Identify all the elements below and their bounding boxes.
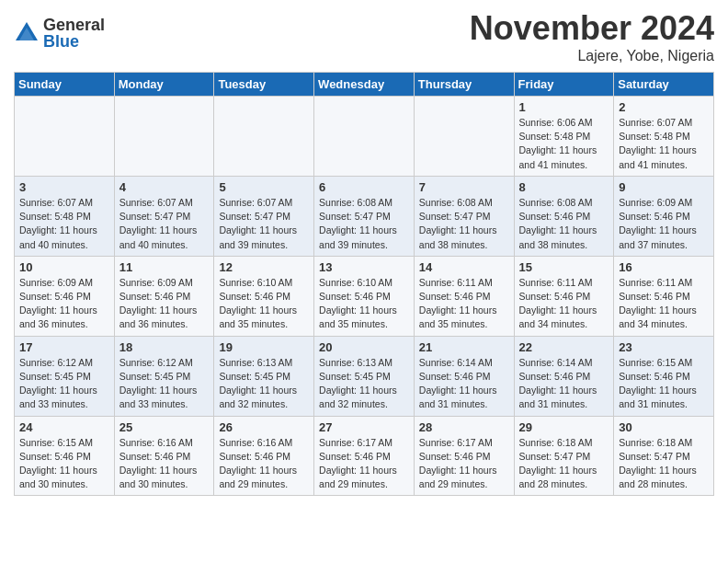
calendar-cell: 12Sunrise: 6:10 AM Sunset: 5:46 PM Dayli…: [214, 256, 314, 336]
day-number: 22: [519, 340, 609, 354]
day-info: Sunrise: 6:15 AM Sunset: 5:46 PM Dayligh…: [619, 356, 709, 412]
day-number: 9: [619, 180, 709, 194]
calendar-cell: 27Sunrise: 6:17 AM Sunset: 5:46 PM Dayli…: [314, 416, 415, 496]
month-title: November 2024: [470, 9, 714, 48]
day-number: 15: [519, 260, 609, 274]
calendar-cell: 15Sunrise: 6:11 AM Sunset: 5:46 PM Dayli…: [514, 256, 614, 336]
calendar-cell: 6Sunrise: 6:08 AM Sunset: 5:47 PM Daylig…: [314, 176, 415, 256]
calendar-cell: 9Sunrise: 6:09 AM Sunset: 5:46 PM Daylig…: [614, 176, 714, 256]
calendar-cell: 17Sunrise: 6:12 AM Sunset: 5:45 PM Dayli…: [15, 336, 115, 416]
header-day-tuesday: Tuesday: [214, 73, 314, 97]
calendar-cell: 5Sunrise: 6:07 AM Sunset: 5:47 PM Daylig…: [214, 176, 314, 256]
calendar-cell: 28Sunrise: 6:17 AM Sunset: 5:46 PM Dayli…: [414, 416, 514, 496]
calendar-cell: 23Sunrise: 6:15 AM Sunset: 5:46 PM Dayli…: [614, 336, 714, 416]
logo-general-text: General: [43, 17, 105, 33]
day-info: Sunrise: 6:06 AM Sunset: 5:48 PM Dayligh…: [519, 116, 609, 172]
calendar-cell: 29Sunrise: 6:18 AM Sunset: 5:47 PM Dayli…: [514, 416, 614, 496]
calendar-cell: 11Sunrise: 6:09 AM Sunset: 5:46 PM Dayli…: [114, 256, 214, 336]
header-day-sunday: Sunday: [15, 73, 115, 97]
page-header: General Blue November 2024 Lajere, Yobe,…: [14, 9, 714, 64]
day-info: Sunrise: 6:07 AM Sunset: 5:48 PM Dayligh…: [19, 196, 109, 252]
day-info: Sunrise: 6:08 AM Sunset: 5:46 PM Dayligh…: [519, 196, 609, 252]
calendar-cell: 8Sunrise: 6:08 AM Sunset: 5:46 PM Daylig…: [514, 176, 614, 256]
calendar-cell: [15, 97, 115, 177]
day-info: Sunrise: 6:07 AM Sunset: 5:48 PM Dayligh…: [619, 116, 709, 172]
day-info: Sunrise: 6:08 AM Sunset: 5:47 PM Dayligh…: [319, 196, 409, 252]
calendar-cell: 1Sunrise: 6:06 AM Sunset: 5:48 PM Daylig…: [514, 97, 614, 177]
day-info: Sunrise: 6:11 AM Sunset: 5:46 PM Dayligh…: [519, 276, 609, 332]
day-number: 23: [619, 340, 709, 354]
day-info: Sunrise: 6:15 AM Sunset: 5:46 PM Dayligh…: [19, 436, 109, 492]
header-day-friday: Friday: [514, 73, 614, 97]
calendar-cell: 3Sunrise: 6:07 AM Sunset: 5:48 PM Daylig…: [15, 176, 115, 256]
calendar-cell: 14Sunrise: 6:11 AM Sunset: 5:46 PM Dayli…: [414, 256, 514, 336]
day-info: Sunrise: 6:18 AM Sunset: 5:47 PM Dayligh…: [519, 436, 609, 492]
day-number: 18: [119, 340, 210, 354]
day-number: 1: [519, 100, 609, 114]
day-info: Sunrise: 6:11 AM Sunset: 5:46 PM Dayligh…: [619, 276, 709, 332]
calendar-week-row: 24Sunrise: 6:15 AM Sunset: 5:46 PM Dayli…: [15, 416, 714, 496]
calendar-cell: [214, 97, 314, 177]
day-info: Sunrise: 6:13 AM Sunset: 5:45 PM Dayligh…: [219, 356, 309, 412]
day-number: 5: [219, 180, 309, 194]
day-info: Sunrise: 6:12 AM Sunset: 5:45 PM Dayligh…: [19, 356, 109, 412]
day-number: 20: [319, 340, 409, 354]
day-number: 21: [419, 340, 509, 354]
title-area: November 2024 Lajere, Yobe, Nigeria: [470, 9, 714, 64]
calendar-cell: 25Sunrise: 6:16 AM Sunset: 5:46 PM Dayli…: [114, 416, 214, 496]
calendar-cell: [114, 97, 214, 177]
day-number: 27: [319, 420, 409, 434]
day-info: Sunrise: 6:12 AM Sunset: 5:45 PM Dayligh…: [119, 356, 210, 412]
day-number: 25: [119, 420, 210, 434]
day-number: 3: [19, 180, 109, 194]
logo: General Blue: [14, 17, 105, 50]
calendar-cell: 10Sunrise: 6:09 AM Sunset: 5:46 PM Dayli…: [15, 256, 115, 336]
day-number: 17: [19, 340, 109, 354]
day-number: 30: [619, 420, 709, 434]
day-number: 12: [219, 260, 309, 274]
location-text: Lajere, Yobe, Nigeria: [470, 48, 714, 64]
day-number: 4: [119, 180, 210, 194]
day-info: Sunrise: 6:16 AM Sunset: 5:46 PM Dayligh…: [119, 436, 210, 492]
day-info: Sunrise: 6:09 AM Sunset: 5:46 PM Dayligh…: [19, 276, 109, 332]
day-info: Sunrise: 6:09 AM Sunset: 5:46 PM Dayligh…: [619, 196, 709, 252]
day-info: Sunrise: 6:10 AM Sunset: 5:46 PM Dayligh…: [319, 276, 409, 332]
logo-text: General Blue: [43, 17, 105, 50]
calendar-cell: 16Sunrise: 6:11 AM Sunset: 5:46 PM Dayli…: [614, 256, 714, 336]
calendar-header-row: SundayMondayTuesdayWednesdayThursdayFrid…: [15, 73, 714, 97]
calendar-cell: 4Sunrise: 6:07 AM Sunset: 5:47 PM Daylig…: [114, 176, 214, 256]
day-info: Sunrise: 6:11 AM Sunset: 5:46 PM Dayligh…: [419, 276, 509, 332]
header-day-wednesday: Wednesday: [314, 73, 415, 97]
day-info: Sunrise: 6:17 AM Sunset: 5:46 PM Dayligh…: [319, 436, 409, 492]
header-day-monday: Monday: [114, 73, 214, 97]
day-info: Sunrise: 6:10 AM Sunset: 5:46 PM Dayligh…: [219, 276, 309, 332]
calendar-cell: 18Sunrise: 6:12 AM Sunset: 5:45 PM Dayli…: [114, 336, 214, 416]
day-info: Sunrise: 6:17 AM Sunset: 5:46 PM Dayligh…: [419, 436, 509, 492]
day-info: Sunrise: 6:13 AM Sunset: 5:45 PM Dayligh…: [319, 356, 409, 412]
logo-blue-text: Blue: [43, 33, 105, 50]
calendar-cell: [414, 97, 514, 177]
calendar-table: SundayMondayTuesdayWednesdayThursdayFrid…: [14, 72, 714, 496]
day-number: 29: [519, 420, 609, 434]
calendar-cell: 26Sunrise: 6:16 AM Sunset: 5:46 PM Dayli…: [214, 416, 314, 496]
day-number: 8: [519, 180, 609, 194]
day-info: Sunrise: 6:07 AM Sunset: 5:47 PM Dayligh…: [119, 196, 210, 252]
calendar-cell: 19Sunrise: 6:13 AM Sunset: 5:45 PM Dayli…: [214, 336, 314, 416]
day-number: 7: [419, 180, 509, 194]
day-number: 10: [19, 260, 109, 274]
calendar-week-row: 10Sunrise: 6:09 AM Sunset: 5:46 PM Dayli…: [15, 256, 714, 336]
logo-icon: [14, 20, 40, 46]
calendar-cell: 7Sunrise: 6:08 AM Sunset: 5:47 PM Daylig…: [414, 176, 514, 256]
calendar-cell: 22Sunrise: 6:14 AM Sunset: 5:46 PM Dayli…: [514, 336, 614, 416]
calendar-cell: 13Sunrise: 6:10 AM Sunset: 5:46 PM Dayli…: [314, 256, 415, 336]
day-info: Sunrise: 6:09 AM Sunset: 5:46 PM Dayligh…: [119, 276, 210, 332]
day-info: Sunrise: 6:14 AM Sunset: 5:46 PM Dayligh…: [519, 356, 609, 412]
day-number: 28: [419, 420, 509, 434]
day-number: 24: [19, 420, 109, 434]
day-info: Sunrise: 6:16 AM Sunset: 5:46 PM Dayligh…: [219, 436, 309, 492]
calendar-cell: 2Sunrise: 6:07 AM Sunset: 5:48 PM Daylig…: [614, 97, 714, 177]
day-info: Sunrise: 6:18 AM Sunset: 5:47 PM Dayligh…: [619, 436, 709, 492]
day-info: Sunrise: 6:08 AM Sunset: 5:47 PM Dayligh…: [419, 196, 509, 252]
day-info: Sunrise: 6:07 AM Sunset: 5:47 PM Dayligh…: [219, 196, 309, 252]
calendar-cell: [314, 97, 415, 177]
